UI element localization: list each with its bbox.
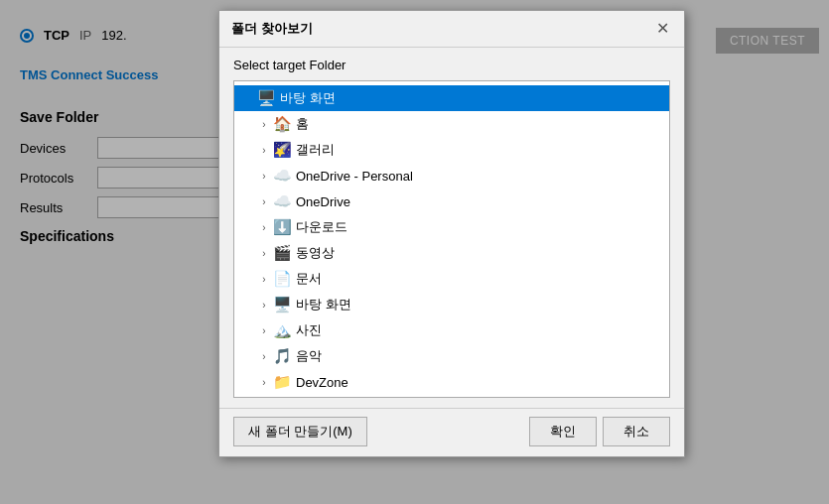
tree-item-label: 갤러리 [296,141,335,159]
chevron-icon: › [256,271,272,287]
folder-icon: 📁 [272,372,292,392]
folder-icon: ⬇️ [272,217,292,237]
folder-icon: 🖥️ [272,295,292,315]
new-folder-button[interactable]: 새 폴더 만들기(M) [233,417,367,446]
close-icon: ✕ [656,21,669,37]
folder-browser-modal: 폴더 찾아보기 ✕ Select target Folder 🖥️바탕 화면›🏠… [218,10,685,457]
tree-item-music[interactable]: ›🎵음악 [234,343,669,369]
chevron-icon: › [256,142,272,158]
chevron-icon [240,90,256,106]
chevron-icon: › [256,193,272,209]
tree-item-label: 문서 [296,270,322,288]
modal-close-button[interactable]: ✕ [652,19,672,39]
modal-subtitle: Select target Folder [219,48,684,80]
folder-icon: 🏠 [272,114,292,134]
modal-title: 폴더 찾아보기 [231,20,313,38]
tree-item-home[interactable]: ›🏠홈 [234,111,669,137]
tree-item-label: 음악 [296,347,322,365]
tree-item-documents[interactable]: ›📄문서 [234,266,669,292]
folder-tree[interactable]: 🖥️바탕 화면›🏠홈›🌠갤러리›☁️OneDrive - Personal›☁️… [233,80,670,398]
tree-item-onedrive[interactable]: ›☁️OneDrive [234,189,669,214]
tree-item-mypc[interactable]: ›💻내 PC [234,395,669,398]
confirm-button[interactable]: 확인 [529,417,597,446]
folder-icon: 🎵 [272,346,292,366]
folder-icon: 📄 [272,269,292,289]
folder-icon: 🏔️ [272,320,292,340]
tree-item-label: DevZone [296,375,348,390]
tree-item-label: 사진 [296,321,322,339]
tree-item-label: OneDrive [296,194,350,209]
tree-item-label: 다운로드 [296,218,347,236]
chevron-icon: › [256,245,272,261]
cancel-button[interactable]: 취소 [603,417,670,446]
chevron-icon: › [256,374,272,390]
tree-item-label: 바탕 화면 [296,296,351,314]
chevron-icon: › [256,116,272,132]
tree-item-desktop[interactable]: 🖥️바탕 화면 [234,85,669,111]
tree-item-videos[interactable]: ›🎬동영상 [234,240,669,266]
tree-item-downloads[interactable]: ›⬇️다운로드 [234,214,669,240]
tree-item-label: 홈 [296,115,309,133]
folder-icon: 🌠 [272,140,292,160]
folder-icon: ☁️ [272,166,292,186]
tree-item-devzone[interactable]: ›📁DevZone [234,369,669,395]
chevron-icon: › [256,297,272,313]
tree-item-desktop2[interactable]: ›🖥️바탕 화면 [234,292,669,317]
folder-icon: ☁️ [272,191,292,211]
chevron-icon: › [256,348,272,364]
chevron-icon: › [256,168,272,184]
footer-buttons: 확인 취소 [529,417,670,446]
tree-item-label: 바탕 화면 [280,89,336,107]
tree-item-label: 동영상 [296,244,335,262]
tree-item-pictures[interactable]: ›🏔️사진 [234,317,669,343]
chevron-icon: › [256,219,272,235]
tree-item-onedrive_personal[interactable]: ›☁️OneDrive - Personal [234,163,669,189]
chevron-icon: › [256,322,272,338]
tree-item-gallery[interactable]: ›🌠갤러리 [234,137,669,163]
folder-icon: 🎬 [272,243,292,263]
folder-icon: 🖥️ [256,88,276,108]
tree-item-label: OneDrive - Personal [296,169,413,184]
modal-footer: 새 폴더 만들기(M) 확인 취소 [219,408,684,456]
modal-titlebar: 폴더 찾아보기 ✕ [219,11,684,48]
